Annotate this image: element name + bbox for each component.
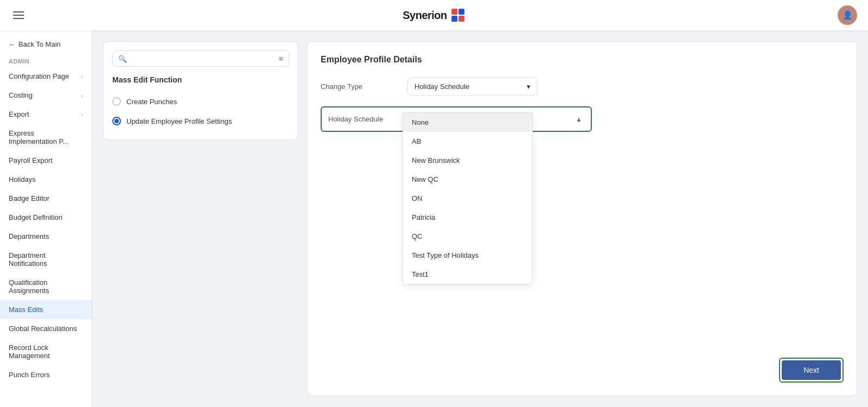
logo-area: Synerion	[403, 8, 465, 23]
change-type-chevron: ▾	[527, 82, 531, 91]
sidebar-item-payroll-export[interactable]: Payroll Export	[0, 151, 92, 170]
main-layout: ← Back To Main ADMIN Configuration Page›…	[0, 30, 868, 407]
sidebar-item-global-recalculations[interactable]: Global Recalculations	[0, 319, 92, 338]
employee-search-input[interactable]: All (3) Employees Selected	[131, 55, 275, 63]
sidebar-item-label: Export	[9, 110, 29, 118]
sidebar-item-label: Express Implementation P...	[9, 129, 83, 145]
change-type-label: Change Type	[321, 82, 397, 91]
svg-rect-3	[458, 16, 464, 22]
svg-rect-0	[451, 9, 457, 15]
dropdown-item-test-type-of-holidays[interactable]: Test Type of Holidays	[403, 246, 532, 265]
change-type-select[interactable]: Holiday Schedule ▾	[407, 78, 538, 96]
radio-options: Create PunchesUpdate Employee Profile Se…	[112, 92, 289, 131]
dropdown-item-new-brunswick[interactable]: New Brunswick	[403, 151, 532, 170]
panel-title: Employee Profile Details	[321, 55, 844, 65]
sidebar-item-label: Global Recalculations	[9, 325, 77, 333]
sidebar-item-qualification-assignments[interactable]: Qualification Assignments	[0, 273, 92, 300]
chevron-right-icon: ›	[81, 92, 83, 99]
back-arrow-icon: ←	[9, 41, 15, 48]
sidebar-item-badge-editor[interactable]: Badge Editor	[0, 189, 92, 208]
dropdown-item-patricia[interactable]: Patricia	[403, 208, 532, 227]
radio-label-update-employee-profile: Update Employee Profile Settings	[126, 117, 232, 125]
sidebar-item-label: Costing	[9, 91, 33, 99]
user-avatar[interactable]: 👤	[838, 5, 857, 25]
radio-circle-update-employee-profile	[112, 117, 121, 125]
sidebar-item-label: Qualification Assignments	[9, 278, 83, 295]
sidebar-item-costing[interactable]: Costing›	[0, 86, 92, 105]
hamburger-menu[interactable]	[11, 9, 26, 21]
sidebar-item-express-implementation[interactable]: Express Implementation P...	[0, 124, 92, 151]
back-label: Back To Main	[18, 40, 61, 48]
sidebar-section-admin: ADMIN	[0, 54, 92, 67]
next-button[interactable]: Next	[782, 360, 841, 380]
sidebar-item-record-lock-management[interactable]: Record Lock Management	[0, 338, 92, 365]
holiday-chevron-up-icon[interactable]: ▲	[576, 116, 582, 123]
sidebar-item-label: Departments	[9, 232, 49, 240]
radio-option-create-punches[interactable]: Create Punches	[112, 92, 289, 111]
next-button-wrapper: Next	[779, 358, 844, 383]
radio-label-create-punches: Create Punches	[126, 98, 177, 106]
dropdown-item-ab[interactable]: AB	[403, 132, 532, 151]
dropdown-item-test1[interactable]: Test1	[403, 265, 532, 284]
radio-circle-create-punches	[112, 97, 121, 106]
holiday-schedule-dropdown: NoneABNew BrunswickNew QCONPatriciaQCTes…	[403, 112, 533, 284]
sidebar-item-department-notifications[interactable]: Department Notifications	[0, 246, 92, 273]
svg-rect-2	[451, 16, 457, 22]
dropdown-item-qc[interactable]: QC	[403, 227, 532, 246]
top-navigation: Synerion 👤	[0, 0, 868, 30]
filter-icon[interactable]: ≡	[279, 54, 283, 63]
back-to-main-link[interactable]: ← Back To Main	[0, 35, 92, 54]
sidebar-item-label: Mass Edits	[9, 306, 43, 314]
sidebar-item-label: Department Notifications	[9, 251, 83, 268]
logo-text: Synerion	[403, 9, 447, 22]
logo-icon	[450, 8, 465, 23]
bottom-action-area: Next	[779, 358, 844, 383]
sidebar-item-holidays[interactable]: Holidays	[0, 170, 92, 189]
dropdown-item-new-qc[interactable]: New QC	[403, 170, 532, 189]
sidebar-item-label: Record Lock Management	[9, 344, 83, 360]
sidebar-item-label: Badge Editor	[9, 194, 49, 202]
holiday-schedule-label: Holiday Schedule	[328, 111, 399, 123]
left-panel: 🔍 All (3) Employees Selected ≡ Mass Edit…	[103, 41, 298, 140]
change-type-row: Change Type Holiday Schedule ▾	[321, 78, 844, 96]
sidebar-items: Configuration Page›Costing›Export›Expres…	[0, 67, 92, 384]
sidebar-item-punch-errors[interactable]: Punch Errors	[0, 365, 92, 384]
dropdown-item-on[interactable]: ON	[403, 189, 532, 208]
sidebar-item-mass-edits[interactable]: Mass Edits	[0, 300, 92, 319]
sidebar-item-label: Payroll Export	[9, 156, 53, 164]
mass-edit-section-title: Mass Edit Function	[112, 75, 289, 84]
sidebar-item-label: Configuration Page	[9, 72, 69, 80]
sidebar-item-export[interactable]: Export›	[0, 105, 92, 124]
change-type-value: Holiday Schedule	[414, 82, 469, 91]
sidebar-item-label: Holidays	[9, 175, 36, 183]
dropdown-item-none[interactable]: None	[403, 113, 532, 132]
sidebar-item-label: Budget Definition	[9, 213, 62, 221]
svg-rect-1	[458, 9, 464, 15]
sidebar-item-departments[interactable]: Departments	[0, 227, 92, 246]
sidebar-item-budget-definition[interactable]: Budget Definition	[0, 208, 92, 227]
sidebar-item-label: Punch Errors	[9, 371, 50, 379]
radio-option-update-employee-profile[interactable]: Update Employee Profile Settings	[112, 111, 289, 131]
main-content: 🔍 All (3) Employees Selected ≡ Mass Edit…	[92, 30, 868, 407]
sidebar: ← Back To Main ADMIN Configuration Page›…	[0, 30, 92, 407]
chevron-right-icon: ›	[81, 73, 83, 80]
employee-search-bar[interactable]: 🔍 All (3) Employees Selected ≡	[112, 50, 289, 67]
chevron-right-icon: ›	[81, 111, 83, 118]
search-icon: 🔍	[118, 55, 127, 63]
right-panel: Employee Profile Details Change Type Hol…	[307, 41, 857, 396]
sidebar-item-configuration-page[interactable]: Configuration Page›	[0, 67, 92, 86]
